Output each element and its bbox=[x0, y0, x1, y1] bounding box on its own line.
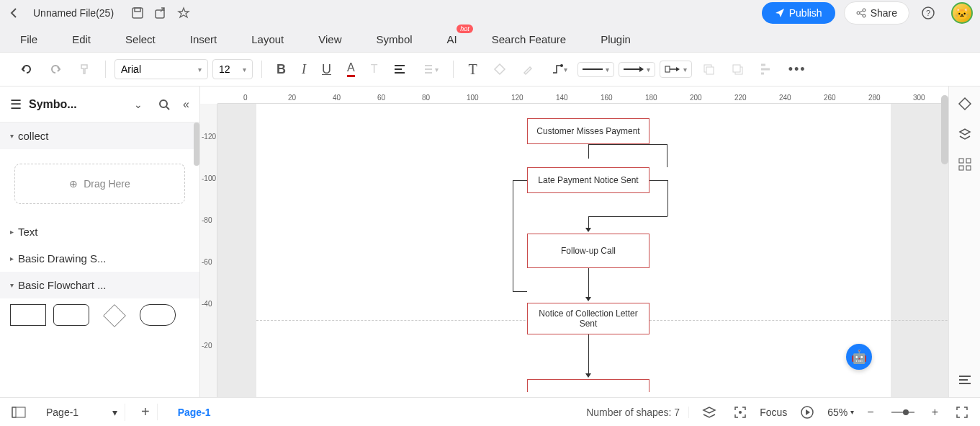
redo-button[interactable] bbox=[43, 58, 68, 80]
grid-icon[interactable] bbox=[958, 157, 972, 172]
svg-rect-14 bbox=[706, 67, 714, 74]
page-select[interactable]: Page-1▾ bbox=[39, 404, 125, 421]
svg-rect-2 bbox=[156, 10, 164, 18]
canvas[interactable]: Customer Misses Payment Late Payment Not… bbox=[217, 104, 948, 397]
layer-back-button[interactable] bbox=[725, 58, 750, 80]
menu-edit[interactable]: Edit bbox=[72, 33, 91, 45]
menu-plugin[interactable]: Plugin bbox=[601, 33, 631, 45]
section-text[interactable]: ▸Text bbox=[10, 226, 189, 238]
library-title: Symbo... bbox=[29, 98, 127, 111]
library-expand-icon[interactable]: ⌄ bbox=[134, 99, 143, 110]
menu-view[interactable]: View bbox=[318, 33, 341, 45]
font-select[interactable]: Arial▾ bbox=[114, 59, 208, 79]
menu-file[interactable]: File bbox=[20, 33, 37, 45]
add-page-button[interactable]: + bbox=[134, 404, 158, 420]
focus-icon[interactable] bbox=[729, 406, 751, 419]
menu-symbol[interactable]: Symbol bbox=[377, 33, 413, 45]
drag-here-box[interactable]: ⊕ Drag Here bbox=[14, 164, 185, 204]
flowchart-node[interactable] bbox=[527, 379, 649, 392]
collapse-sidebar-icon[interactable]: « bbox=[183, 98, 189, 111]
shape-rectangle[interactable] bbox=[10, 304, 46, 326]
align-button[interactable] bbox=[387, 58, 412, 80]
svg-rect-16 bbox=[733, 65, 740, 72]
more-button[interactable]: ••• bbox=[783, 58, 812, 81]
svg-rect-24 bbox=[12, 407, 16, 417]
menu-layout[interactable]: Layout bbox=[251, 33, 284, 45]
line-spacing-button[interactable]: ▾ bbox=[416, 58, 444, 80]
align-objects-button[interactable] bbox=[754, 58, 778, 80]
highlight-button[interactable] bbox=[516, 58, 541, 80]
svg-point-28 bbox=[903, 409, 909, 415]
svg-point-25 bbox=[739, 411, 742, 414]
strike-button[interactable]: T bbox=[365, 58, 384, 80]
avatar[interactable]: 🐱 bbox=[951, 2, 973, 24]
layers-button[interactable] bbox=[698, 405, 721, 420]
zoom-in-button[interactable]: + bbox=[927, 406, 943, 419]
menu-ai[interactable]: AIhot bbox=[447, 33, 457, 45]
section-basic-drawing[interactable]: ▸Basic Drawing S... bbox=[10, 252, 189, 265]
share-label: Share bbox=[871, 7, 897, 19]
publish-label: Publish bbox=[789, 7, 822, 19]
svg-point-3 bbox=[857, 12, 860, 14]
flowchart-node[interactable]: Notice of Collection Letter Sent bbox=[527, 303, 649, 334]
menu-insert[interactable]: Insert bbox=[190, 33, 217, 45]
font-color-button[interactable]: A bbox=[341, 57, 361, 81]
svg-rect-21 bbox=[959, 166, 963, 170]
shape-pill[interactable] bbox=[140, 304, 176, 326]
zoom-slider[interactable] bbox=[887, 408, 919, 417]
help-icon[interactable]: ? bbox=[918, 3, 938, 23]
fill-button[interactable] bbox=[487, 58, 512, 80]
outline-icon[interactable] bbox=[958, 373, 972, 387]
menu-search-feature[interactable]: Search Feature bbox=[492, 33, 566, 45]
fullscreen-button[interactable] bbox=[951, 406, 973, 419]
underline-button[interactable]: U bbox=[316, 58, 337, 81]
focus-label[interactable]: Focus bbox=[760, 407, 787, 418]
publish-button[interactable]: Publish bbox=[762, 2, 835, 24]
page-list-icon[interactable] bbox=[7, 407, 30, 418]
svg-rect-23 bbox=[12, 407, 25, 417]
format-painter-button[interactable] bbox=[72, 58, 96, 80]
search-icon[interactable] bbox=[158, 99, 170, 110]
sidebar: ☰ Symbo... ⌄ « ▾collect ⊕ Drag Here ▸Tex… bbox=[0, 86, 200, 397]
undo-button[interactable] bbox=[14, 58, 39, 80]
connector-button[interactable]: ▾ bbox=[545, 58, 573, 80]
theme-icon[interactable] bbox=[958, 97, 972, 111]
svg-rect-11 bbox=[665, 66, 670, 72]
shape-diamond[interactable] bbox=[103, 304, 126, 327]
ruler-horizontal: 0 20 40 60 80 100 120 140 160 180 200 22… bbox=[217, 86, 948, 104]
svg-rect-1 bbox=[135, 8, 140, 12]
svg-point-8 bbox=[560, 64, 563, 67]
font-size-select[interactable]: 12▾ bbox=[212, 59, 253, 79]
layer-front-button[interactable] bbox=[696, 58, 721, 80]
line-style-select[interactable]: ▾ bbox=[577, 62, 614, 77]
zoom-control[interactable]: 65%▾ bbox=[827, 407, 854, 418]
flowchart-node[interactable]: Customer Misses Payment bbox=[527, 118, 649, 144]
hot-badge: hot bbox=[457, 25, 473, 33]
flowchart-node[interactable]: Late Payment Notice Sent bbox=[527, 167, 649, 193]
chat-assistant-button[interactable]: 🤖 bbox=[846, 344, 872, 370]
share-button[interactable]: Share bbox=[844, 1, 909, 25]
sidebar-scrollbar[interactable] bbox=[194, 123, 199, 166]
flowchart-node[interactable]: Follow-up Call bbox=[527, 234, 649, 268]
section-basic-flowchart[interactable]: ▾Basic Flowchart ... bbox=[10, 279, 189, 291]
scrollbar-vertical[interactable] bbox=[941, 95, 948, 164]
star-icon[interactable] bbox=[177, 6, 190, 19]
text-tool-button[interactable]: T bbox=[462, 57, 482, 82]
back-arrow-icon[interactable] bbox=[7, 4, 20, 22]
layers-icon[interactable] bbox=[958, 127, 972, 141]
shape-rounded-rect[interactable] bbox=[53, 304, 89, 326]
plus-icon: ⊕ bbox=[69, 178, 78, 190]
zoom-out-button[interactable]: − bbox=[863, 406, 878, 419]
page-tab-active[interactable]: Page-1 bbox=[166, 407, 222, 418]
save-icon[interactable] bbox=[131, 6, 144, 19]
italic-button[interactable]: I bbox=[296, 58, 312, 81]
menu-select[interactable]: Select bbox=[125, 33, 156, 45]
play-button[interactable] bbox=[796, 405, 819, 420]
shape-count: Number of shapes: 7 bbox=[577, 407, 689, 418]
section-collect[interactable]: ▾collect bbox=[10, 130, 189, 142]
export-icon[interactable] bbox=[154, 6, 167, 19]
svg-rect-0 bbox=[132, 8, 143, 18]
bold-button[interactable]: B bbox=[271, 58, 292, 81]
arrow-end-select[interactable]: ▾ bbox=[660, 61, 692, 78]
arrow-style-select[interactable]: ▾ bbox=[619, 62, 655, 77]
